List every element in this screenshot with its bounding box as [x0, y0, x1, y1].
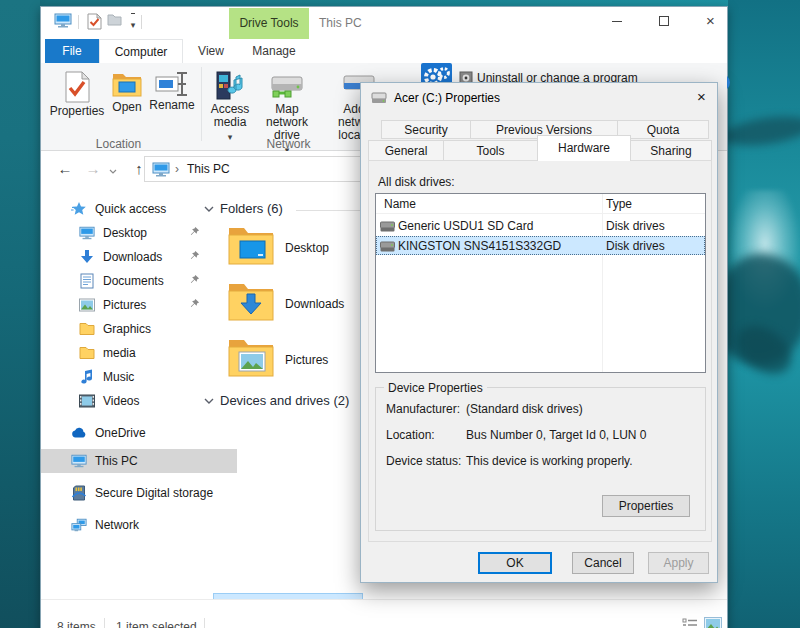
dialog-close-button[interactable]: ×: [685, 83, 718, 112]
sidebar-item-label: Quick access: [95, 202, 166, 216]
sidebar-item-secure-digital-storage[interactable]: Secure Digital storage: [41, 481, 237, 505]
quick-access-star-icon: [71, 201, 87, 217]
manufacturer-label: Manufacturer:: [386, 402, 460, 416]
sidebar-item-this-pc[interactable]: This PC: [41, 449, 237, 473]
drive-tools-contextual-tab[interactable]: Drive Tools: [229, 8, 309, 39]
folders-group-label: Folders (6): [220, 201, 283, 216]
tab-tools[interactable]: Tools: [443, 140, 538, 161]
disk-drive-icon: [380, 241, 395, 252]
map-network-drive-icon: [269, 71, 305, 101]
drive-properties-dialog: Acer (C:) Properties × Security Previous…: [360, 82, 718, 583]
open-button[interactable]: Open: [109, 67, 145, 143]
rename-label: Rename: [147, 99, 197, 112]
details-view-icon: [682, 618, 698, 628]
sidebar-item-media[interactable]: media: [41, 341, 237, 365]
access-media-caret-icon: ▾: [228, 132, 233, 142]
tab-file[interactable]: File: [45, 39, 99, 63]
tab-manage[interactable]: Manage: [239, 39, 309, 63]
desktop-wallpaper-right: [728, 0, 800, 628]
location-value: Bus Number 0, Target Id 0, LUN 0: [466, 428, 647, 442]
tab-sharing[interactable]: Sharing: [630, 140, 712, 161]
rename-button[interactable]: Rename: [147, 67, 197, 143]
pin-icon: [189, 298, 200, 309]
column-name[interactable]: Name: [384, 197, 416, 211]
sidebar-item-label: Videos: [103, 394, 139, 408]
swimmer-arm-shadow: [728, 112, 800, 150]
rename-icon: [155, 71, 189, 97]
folder-icon: [79, 345, 95, 361]
documents-icon: [79, 273, 95, 289]
drive-name-cell: Generic USDU1 SD Card: [398, 219, 533, 233]
list-row-generic-sd[interactable]: Generic USDU1 SD Card Disk drives: [376, 216, 705, 235]
details-view-button[interactable]: [682, 618, 698, 628]
qat-customize-button[interactable]: ▾: [123, 13, 143, 33]
location-group-label: Location: [71, 137, 166, 151]
qat-this-pc-icon[interactable]: [53, 13, 73, 33]
back-button[interactable]: ←: [53, 157, 77, 181]
folder-tile-label: Downloads: [285, 297, 344, 311]
drive-name-cell: KINGSTON SNS4151S332GD: [398, 239, 561, 253]
arrow-left-icon: ←: [58, 160, 73, 177]
breadcrumb-this-pc[interactable]: This PC: [187, 157, 230, 181]
list-row-kingston[interactable]: KINGSTON SNS4151S332GD Disk drives: [376, 236, 705, 255]
folder-tile-downloads[interactable]: Downloads: [227, 280, 357, 330]
sidebar-item-music[interactable]: Music: [41, 365, 237, 389]
monitor-icon: [54, 13, 72, 28]
drive-type-cell: Disk drives: [606, 219, 665, 233]
sidebar-item-network[interactable]: Network: [41, 513, 237, 537]
column-type[interactable]: Type: [606, 197, 632, 211]
disk-drives-list[interactable]: Name Type Generic USDU1 SD Card Disk dri…: [375, 193, 706, 373]
sidebar-item-documents[interactable]: Documents: [41, 269, 237, 293]
onedrive-cloud-icon: [71, 425, 87, 441]
tab-general[interactable]: General: [368, 140, 444, 161]
access-media-button[interactable]: Access media ▾: [207, 67, 253, 143]
sidebar-item-downloads[interactable]: Downloads: [41, 245, 237, 269]
device-properties-button[interactable]: Properties: [602, 495, 690, 517]
tab-view[interactable]: View: [183, 39, 239, 63]
forward-button[interactable]: →: [81, 157, 105, 181]
window-title: This PC: [319, 16, 362, 30]
folder-tile-desktop[interactable]: Desktop: [227, 224, 357, 274]
maximize-button[interactable]: [641, 7, 686, 37]
drive-icon: [371, 91, 387, 105]
sidebar-item-label: OneDrive: [95, 426, 146, 440]
open-label: Open: [109, 101, 145, 114]
cancel-button[interactable]: Cancel: [572, 552, 634, 574]
manufacturer-value: (Standard disk drives): [466, 402, 583, 416]
network-icon: [71, 517, 87, 533]
tab-security[interactable]: Security: [381, 120, 471, 139]
drive-type-cell: Disk drives: [606, 239, 665, 253]
group-separator: [201, 67, 202, 141]
sidebar-item-label: Pictures: [103, 298, 146, 312]
disk-drive-icon: [380, 221, 395, 232]
recent-locations-button[interactable]: [105, 157, 121, 181]
sidebar-item-desktop[interactable]: Desktop: [41, 221, 237, 245]
qat-separator-2: [141, 15, 142, 29]
breadcrumb-chevron-icon: ›: [175, 157, 179, 181]
minimize-button[interactable]: [594, 7, 639, 37]
tab-computer[interactable]: Computer: [99, 39, 183, 63]
sidebar-item-pictures[interactable]: Pictures: [41, 293, 237, 317]
large-icons-view-button[interactable]: [704, 617, 722, 628]
close-button[interactable]: ×: [688, 7, 733, 37]
qat-properties-button[interactable]: [84, 13, 104, 33]
chevron-down-icon: [204, 398, 214, 405]
dialog-title-bar: Acer (C:) Properties ×: [361, 83, 717, 113]
map-network-drive-button[interactable]: Map network drive ▾: [255, 67, 319, 143]
maximize-icon: [659, 16, 669, 26]
folder-tile-pictures[interactable]: Pictures: [227, 336, 357, 386]
properties-button[interactable]: Properties: [46, 67, 108, 143]
music-note-icon: [79, 369, 95, 385]
sidebar-item-graphics[interactable]: Graphics: [41, 317, 237, 341]
apply-button[interactable]: Apply: [648, 552, 709, 574]
sidebar-item-onedrive[interactable]: OneDrive: [41, 421, 237, 445]
qat-new-folder-button[interactable]: [104, 13, 124, 33]
pictures-icon: [79, 297, 95, 313]
selected-count: 1 item selected: [116, 620, 197, 628]
pin-icon: [189, 250, 200, 261]
ok-button[interactable]: OK: [478, 552, 552, 574]
tab-hardware[interactable]: Hardware: [537, 135, 631, 161]
this-pc-icon: [152, 162, 170, 177]
customize-caret-icon: ▾: [131, 13, 136, 35]
large-icons-view-icon: [704, 617, 722, 628]
